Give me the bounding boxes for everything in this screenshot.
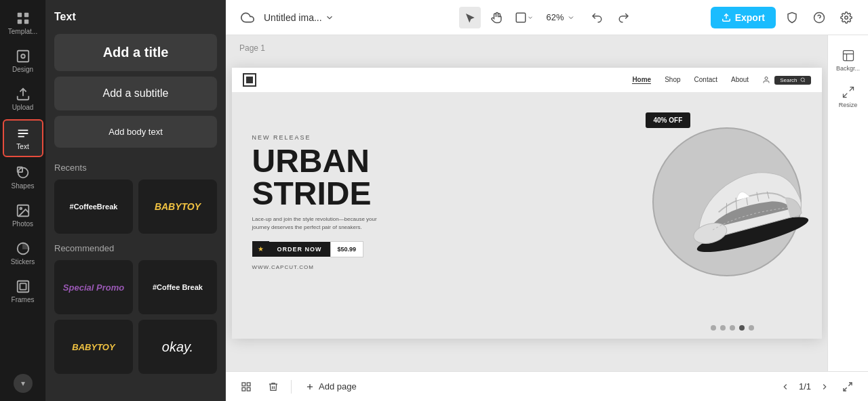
bottom-settings-icon: [241, 381, 252, 392]
sidebar-item-text[interactable]: Text: [3, 119, 43, 157]
svg-rect-14: [517, 13, 526, 22]
sidebar-item-photos[interactable]: Photos: [3, 198, 43, 233]
add-page-label: Add page: [319, 381, 357, 392]
shield-button[interactable]: [781, 7, 803, 28]
ad-nav-search: Search: [762, 76, 810, 85]
delete-button[interactable]: [264, 377, 283, 396]
file-name-area[interactable]: Untitled ima...: [264, 12, 334, 23]
redo-button[interactable]: [613, 7, 635, 28]
text-panel-title: Text: [54, 11, 217, 23]
page-nav: 1/1: [777, 377, 857, 396]
design-canvas[interactable]: Home Shop Contact About Search: [232, 68, 822, 339]
export-button[interactable]: Export: [711, 7, 776, 28]
frame-tool-button[interactable]: [513, 7, 535, 28]
bottom-bar: Add page 1/1: [226, 371, 868, 401]
sneaker-image: [669, 148, 818, 256]
text-panel: Text Add a title Add a subtitle Add body…: [46, 0, 226, 401]
canvas-main: Untitled ima...: [226, 0, 868, 401]
nav-link-home[interactable]: Home: [632, 76, 651, 84]
sidebar-item-frames[interactable]: Frames: [3, 274, 43, 309]
cloud-save-button[interactable]: [237, 7, 258, 28]
svg-line-39: [844, 387, 847, 391]
svg-point-5: [21, 54, 25, 58]
help-button[interactable]: [808, 7, 830, 28]
canvas-inner: Home Shop Contact About Search: [232, 68, 822, 339]
ad-cta-order[interactable]: ORDER NOW: [269, 242, 330, 257]
ad-cta-star: ★: [252, 241, 269, 257]
undo-button[interactable]: [586, 7, 608, 28]
stickers-icon: [16, 241, 31, 256]
help-icon: [813, 12, 825, 24]
nav-link-about[interactable]: About: [731, 76, 749, 84]
recommended-style-babytoy2[interactable]: BABYTOY: [54, 320, 133, 374]
next-page-button[interactable]: [816, 379, 833, 395]
ad-image-section: 40% OFF: [632, 92, 822, 312]
add-title-button[interactable]: Add a title: [54, 34, 217, 71]
sidebar-item-shapes[interactable]: Shapes: [3, 160, 43, 195]
search-bar[interactable]: Search: [774, 76, 810, 85]
upload-export-icon: [722, 13, 731, 22]
recommended-style-coffee-break[interactable]: #Coffee Break: [138, 260, 217, 314]
recommended-style-okay[interactable]: okay.: [138, 320, 217, 374]
background-panel-button[interactable]: Backgr...: [831, 43, 866, 77]
cloud-icon: [241, 11, 254, 24]
right-panel: Backgr... Resize: [827, 35, 868, 371]
sidebar-item-stickers[interactable]: Stickers: [3, 236, 43, 271]
sidebar-label-stickers: Stickers: [11, 258, 35, 266]
svg-rect-1: [24, 13, 28, 17]
grid-icon: [16, 11, 31, 26]
add-page-button[interactable]: Add page: [300, 379, 362, 394]
ad-headline-line1: URBAN: [252, 145, 612, 177]
dot-2: [720, 325, 726, 331]
recent-style-babytoy[interactable]: BABYTOY: [138, 180, 217, 234]
coffee-break-label: #Coffee Break: [153, 283, 203, 291]
nav-link-shop[interactable]: Shop: [665, 76, 680, 84]
add-subtitle-button[interactable]: Add a subtitle: [54, 77, 217, 110]
cursor-icon: [464, 12, 476, 24]
sidebar-item-upload[interactable]: Upload: [3, 81, 43, 117]
recent-style-coffee-break[interactable]: #CoffeeBreak: [54, 180, 133, 234]
ad-subtext: Lace-up and join the style revolution—be…: [252, 215, 388, 232]
ad-cta-price[interactable]: $50.99: [330, 241, 364, 257]
recommended-grid: Special Promo #Coffee Break BABYTOY okay…: [54, 260, 217, 374]
select-tool-button[interactable]: [459, 7, 481, 28]
svg-line-30: [849, 87, 853, 91]
svg-line-31: [843, 93, 847, 98]
shapes-icon: [16, 165, 31, 180]
svg-rect-4: [17, 51, 28, 62]
sneaker-ad: Home Shop Contact About Search: [232, 68, 822, 339]
sidebar-item-templates[interactable]: Templat...: [3, 5, 43, 41]
canvas-section: Page 1 Home Shop Contact: [226, 35, 868, 371]
svg-rect-32: [242, 383, 245, 386]
sidebar-item-design[interactable]: Design: [3, 43, 43, 79]
toolbar-right: Export: [640, 7, 857, 28]
recommended-style-special-promo[interactable]: Special Promo: [54, 260, 133, 314]
hand-tool-button[interactable]: [486, 7, 508, 28]
redo-icon: [618, 12, 630, 24]
toolbar-left: Untitled ima...: [237, 7, 454, 28]
sidebar-label-upload: Upload: [12, 104, 34, 111]
file-name: Untitled ima...: [264, 12, 322, 23]
babytoy2-label: BABYTOY: [72, 342, 115, 352]
svg-rect-2: [17, 20, 21, 24]
trash-icon: [268, 381, 279, 392]
text-icon: [16, 126, 31, 141]
nav-link-contact[interactable]: Contact: [694, 76, 717, 84]
sidebar-label-shapes: Shapes: [12, 182, 35, 190]
svg-point-18: [845, 16, 848, 19]
ad-headline: URBAN STRIDE: [252, 145, 612, 210]
bottom-settings-button[interactable]: [237, 377, 256, 396]
shield-icon: [786, 12, 798, 24]
add-body-button[interactable]: Add body text: [54, 116, 217, 148]
settings-button[interactable]: [835, 7, 857, 28]
gear-icon: [840, 12, 852, 24]
collapse-sidebar-button[interactable]: ▾: [14, 374, 33, 393]
zoom-level: 62%: [546, 12, 564, 22]
prev-page-button[interactable]: [777, 379, 793, 395]
background-icon: [842, 49, 855, 62]
svg-line-38: [848, 383, 852, 386]
export-label: Export: [735, 12, 765, 23]
resize-panel-button[interactable]: Resize: [831, 80, 866, 114]
expand-button[interactable]: [838, 377, 857, 396]
zoom-selector[interactable]: 62%: [540, 9, 580, 25]
